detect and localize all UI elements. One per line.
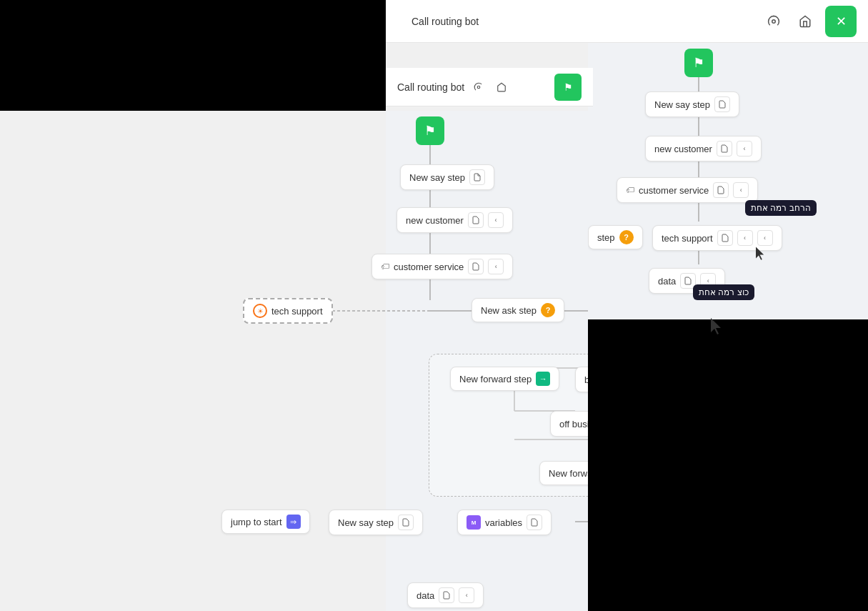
flag-icon-right: ⚑ [693, 55, 704, 71]
nc-right-icon-btn[interactable] [717, 141, 732, 157]
tech-support-right-label: tech support [662, 233, 713, 244]
new-customer-node-left[interactable]: new customer ‹ [396, 207, 513, 233]
user-green-button[interactable]: ✕ [825, 6, 857, 37]
flag-icon-left: ⚑ [424, 123, 436, 139]
nc-right-collapse-btn[interactable]: ‹ [737, 141, 752, 157]
expand-tooltip-right: הרחב רמה אחת [745, 200, 817, 216]
flag-node-right[interactable]: ⚑ [684, 49, 713, 77]
new-customer-right-label: new customer [654, 144, 712, 154]
cs-icon-btn[interactable] [468, 259, 484, 274]
ask-question-icon: ? [541, 303, 555, 317]
data-bottom-node[interactable]: data ‹ [407, 582, 484, 608]
new-customer-icon-btn[interactable] [468, 212, 484, 228]
jump-icon: ⇒ [286, 515, 301, 529]
tech-support-dashed-node[interactable]: ☀ tech support [243, 298, 333, 324]
forward-step1-icon: → [536, 372, 550, 386]
tech-support-dashed-label: tech support [271, 306, 323, 317]
header-bar2: Call routing bot ⚑ [386, 68, 593, 106]
header2-home-button[interactable] [493, 79, 510, 96]
new-say-step-label: New say step [409, 172, 465, 183]
header-bar: Call routing bot ✕ [386, 0, 868, 43]
data-right-label: data [658, 276, 676, 287]
var-icon-btn[interactable] [527, 515, 542, 530]
some-step-label: step [597, 232, 615, 243]
customer-service-right-node[interactable]: 🏷 customer service ‹ [617, 177, 758, 203]
some-step-ask-icon: ? [619, 230, 634, 244]
new-customer-label: new customer [406, 215, 464, 226]
tech-support-right-node[interactable]: tech support ‹ ‹ [652, 225, 782, 251]
header2-bot-button[interactable] [470, 79, 487, 96]
new-say-step-right-node[interactable]: New say step [645, 91, 739, 117]
jump-to-start-label: jump to start [231, 517, 282, 527]
left-canvas: ⚑ New say step new customer ‹ 🏷 customer… [386, 111, 588, 611]
data-bottom-icon-btn[interactable] [439, 587, 454, 603]
new-customer-collapse-btn[interactable]: ‹ [488, 212, 504, 228]
ask-step-label: New ask step [481, 305, 537, 316]
new-say-step-right-label: New say step [654, 99, 710, 110]
new-customer-right-node[interactable]: new customer ‹ [645, 136, 762, 162]
cs-right-icon-btn[interactable] [713, 182, 729, 198]
data-bottom-collapse-btn[interactable]: ‹ [459, 587, 474, 603]
customer-service-right-label: customer service [639, 185, 709, 196]
ts-right-expand2-btn[interactable]: ‹ [757, 230, 773, 246]
variables-label: variables [485, 517, 522, 528]
collapse-tooltip: כוצ רמה אחת [693, 284, 754, 300]
bot-settings-button[interactable] [762, 10, 785, 33]
some-step-right[interactable]: step ? [588, 225, 643, 249]
cs-collapse-btn[interactable]: ‹ [488, 259, 504, 274]
jump-to-start-node[interactable]: jump to start ⇒ [221, 510, 310, 534]
flag-node-left[interactable]: ⚑ [416, 116, 444, 145]
variable-icon: M [467, 515, 481, 530]
forward-step1-label: New forward step [459, 374, 532, 384]
ts-right-icon-btn[interactable] [717, 230, 733, 246]
variables-node[interactable]: M variables [457, 510, 552, 535]
svg-point-1 [477, 86, 480, 89]
new-forward-step1-node[interactable]: New forward step → [450, 367, 559, 391]
user-icon: ✕ [836, 14, 847, 29]
header2-green-button[interactable]: ⚑ [554, 74, 582, 101]
cs-right-collapse-btn[interactable]: ‹ [733, 182, 749, 198]
nss-right-icon-btn[interactable] [714, 96, 730, 112]
nss2-icon-btn[interactable] [398, 515, 414, 530]
new-say-step-icon-btn[interactable] [469, 169, 485, 185]
new-say-step2-node[interactable]: New say step [329, 510, 423, 535]
black-overlay-bottomright [588, 319, 868, 611]
customer-service-label: customer service [394, 262, 464, 272]
header2-title: Call routing bot [397, 81, 464, 93]
black-overlay-topleft [0, 0, 386, 111]
svg-point-0 [772, 19, 776, 23]
home-button[interactable] [794, 10, 817, 33]
header-title: Call routing bot [411, 16, 479, 27]
new-say-step-node[interactable]: New say step [400, 164, 494, 190]
tag-icon-cs: 🏷 [381, 262, 389, 272]
ts-right-expand-btn[interactable]: ‹ [737, 230, 753, 246]
tech-sun-icon: ☀ [253, 304, 267, 318]
customer-service-node-left[interactable]: 🏷 customer service ‹ [371, 254, 513, 279]
new-ask-step-node[interactable]: New ask step ? [472, 298, 564, 322]
data-bottom-label: data [416, 590, 434, 601]
tag-icon-cs-right: 🏷 [626, 185, 634, 195]
new-say-step2-label: New say step [338, 517, 394, 528]
right-panel: ⚑ New say step new customer ‹ 🏷 customer… [588, 43, 868, 322]
